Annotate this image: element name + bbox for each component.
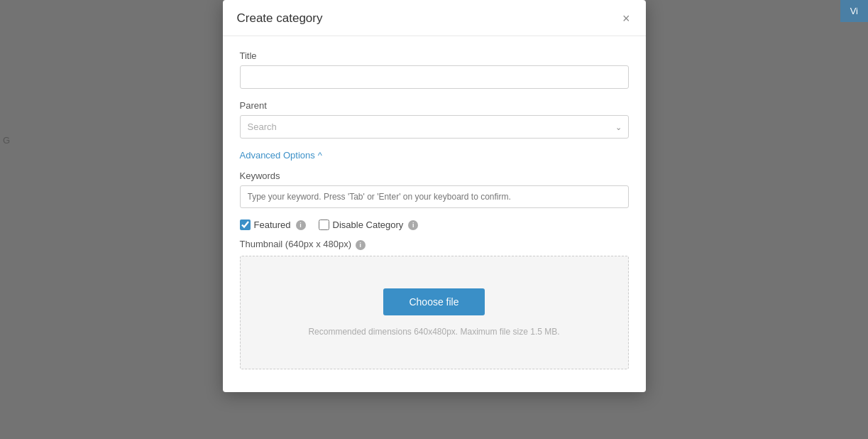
keywords-input[interactable] bbox=[240, 185, 629, 208]
modal-body: Title Parent Search ⌄ Advanced Options ^ bbox=[223, 36, 646, 392]
title-input[interactable] bbox=[240, 65, 629, 89]
parent-select[interactable]: Search bbox=[240, 115, 629, 139]
featured-checkbox-group: Featured i bbox=[240, 220, 306, 230]
thumbnail-hint: Recommended dimensions 640x480px. Maximu… bbox=[308, 327, 559, 337]
modal-header: Create category × bbox=[223, 0, 646, 36]
thumbnail-label: Thumbnail (640px x 480px) i bbox=[240, 239, 629, 250]
advanced-options-label: Advanced Options bbox=[240, 150, 315, 161]
featured-info-icon: i bbox=[296, 220, 306, 230]
title-field-group: Title bbox=[240, 50, 629, 89]
modal-title: Create category bbox=[237, 11, 323, 26]
modal-backdrop: Create category × Title Parent Search ⌄ bbox=[0, 0, 868, 439]
featured-label: Featured bbox=[254, 220, 291, 230]
disable-category-info-icon: i bbox=[408, 220, 418, 230]
thumbnail-info-icon: i bbox=[356, 240, 366, 250]
keywords-field-group: Keywords bbox=[240, 170, 629, 208]
choose-file-button[interactable]: Choose file bbox=[383, 288, 484, 315]
thumbnail-upload-area: Choose file Recommended dimensions 640x4… bbox=[240, 256, 629, 369]
advanced-options-toggle[interactable]: Advanced Options ^ bbox=[240, 150, 322, 161]
disable-category-label: Disable Category bbox=[333, 220, 404, 230]
thumbnail-section: Thumbnail (640px x 480px) i Choose file … bbox=[240, 239, 629, 369]
checkboxes-row: Featured i Disable Category i bbox=[240, 220, 629, 230]
parent-label: Parent bbox=[240, 100, 629, 111]
create-category-modal: Create category × Title Parent Search ⌄ bbox=[223, 0, 646, 392]
modal-close-button[interactable]: × bbox=[621, 12, 632, 25]
advanced-options-caret-icon: ^ bbox=[318, 150, 322, 161]
parent-field-group: Parent Search ⌄ bbox=[240, 100, 629, 139]
keywords-label: Keywords bbox=[240, 170, 629, 181]
disable-category-checkbox-group: Disable Category i bbox=[319, 220, 419, 230]
featured-checkbox[interactable] bbox=[240, 220, 251, 230]
disable-category-checkbox[interactable] bbox=[319, 220, 329, 230]
title-label: Title bbox=[240, 50, 629, 61]
parent-select-wrapper: Search ⌄ bbox=[240, 115, 629, 139]
